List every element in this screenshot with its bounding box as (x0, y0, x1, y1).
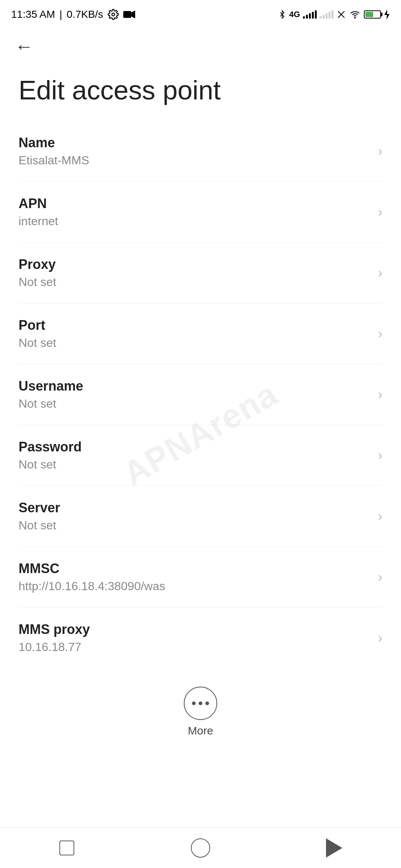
settings-item-mms-proxy[interactable]: MMS proxy 10.16.18.77 › (19, 608, 382, 668)
network-4g: 4G (289, 10, 300, 19)
separator: | (59, 9, 62, 20)
settings-value-username: Not set (19, 397, 371, 411)
svg-point-5 (355, 17, 355, 18)
settings-value-password: Not set (19, 458, 371, 471)
settings-label-username: Username (19, 378, 371, 394)
more-button[interactable] (184, 687, 217, 720)
signal-bars-1 (303, 10, 317, 19)
settings-label-mmsc: MMSC (19, 561, 371, 576)
settings-label-password: Password (19, 439, 371, 455)
settings-item-mmsc-content: MMSC http://10.16.18.4:38090/was (19, 561, 371, 593)
no-signal-icon (336, 10, 346, 19)
svg-marker-6 (384, 9, 389, 20)
settings-icon (108, 9, 119, 20)
settings-item-name[interactable]: Name Etisalat-MMS › (19, 121, 382, 182)
settings-item-proxy-content: Proxy Not set (19, 257, 371, 289)
chevron-right-apn: › (378, 204, 382, 220)
charging-icon (384, 9, 390, 20)
svg-rect-1 (123, 11, 131, 18)
more-section: More (0, 672, 401, 748)
settings-item-apn[interactable]: APN internet › (19, 182, 382, 243)
settings-label-proxy: Proxy (19, 257, 371, 272)
settings-item-username-content: Username Not set (19, 378, 371, 411)
settings-item-mms-proxy-content: MMS proxy 10.16.18.77 (19, 622, 371, 654)
settings-value-proxy: Not set (19, 275, 371, 289)
home-icon (191, 838, 210, 858)
settings-value-server: Not set (19, 519, 371, 532)
more-dots-icon (192, 701, 209, 705)
settings-item-name-content: Name Etisalat-MMS (19, 135, 371, 167)
settings-item-mmsc[interactable]: MMSC http://10.16.18.4:38090/was › (19, 547, 382, 608)
nav-back[interactable] (319, 833, 349, 863)
settings-value-port: Not set (19, 336, 371, 350)
settings-value-apn: internet (19, 214, 371, 228)
top-nav: ← (0, 26, 401, 63)
svg-point-0 (112, 13, 115, 16)
video-icon (123, 10, 135, 19)
settings-label-port: Port (19, 318, 371, 333)
more-label: More (188, 724, 213, 737)
page-title: Edit access point (19, 74, 382, 106)
settings-item-port-content: Port Not set (19, 318, 371, 350)
settings-item-port[interactable]: Port Not set › (19, 303, 382, 364)
settings-item-username[interactable]: Username Not set › (19, 364, 382, 425)
status-right: 4G (278, 9, 390, 20)
bluetooth-icon (278, 9, 286, 20)
settings-label-mms-proxy: MMS proxy (19, 622, 371, 637)
status-left: 11:35 AM | 0.7KB/s (11, 9, 135, 20)
settings-item-server-content: Server Not set (19, 500, 371, 532)
back-button[interactable]: ← (15, 37, 33, 56)
nav-recent-apps[interactable] (52, 833, 82, 863)
settings-value-mms-proxy: 10.16.18.77 (19, 640, 371, 654)
settings-item-password-content: Password Not set (19, 439, 371, 471)
chevron-right-username: › (378, 387, 382, 402)
chevron-right-mmsc: › (378, 569, 382, 585)
settings-item-proxy[interactable]: Proxy Not set › (19, 243, 382, 303)
wifi-icon (349, 10, 361, 19)
time: 11:35 AM (11, 9, 55, 20)
settings-value-name: Etisalat-MMS (19, 154, 371, 167)
speed: 0.7KB/s (67, 9, 103, 20)
chevron-right-password: › (378, 448, 382, 463)
chevron-right-mms-proxy: › (378, 630, 382, 646)
settings-value-mmsc: http://10.16.18.4:38090/was (19, 579, 371, 593)
settings-label-name: Name (19, 135, 371, 151)
settings-label-apn: APN (19, 196, 371, 211)
settings-item-apn-content: APN internet (19, 196, 371, 228)
status-bar: 11:35 AM | 0.7KB/s 4G (0, 0, 401, 26)
nav-home[interactable] (186, 833, 215, 863)
recent-apps-icon (59, 841, 74, 855)
settings-item-server[interactable]: Server Not set › (19, 486, 382, 547)
chevron-right-name: › (378, 144, 382, 159)
signal-bars-2 (320, 10, 333, 19)
svg-marker-2 (131, 10, 135, 18)
chevron-right-server: › (378, 509, 382, 524)
settings-list: Name Etisalat-MMS › APN internet › Proxy… (0, 121, 401, 668)
settings-label-server: Server (19, 500, 371, 516)
settings-item-password[interactable]: Password Not set › (19, 425, 382, 486)
page-title-section: Edit access point (0, 63, 401, 121)
chevron-right-proxy: › (378, 265, 382, 281)
battery (364, 10, 381, 19)
chevron-right-port: › (378, 326, 382, 342)
back-icon (326, 838, 342, 858)
bottom-nav (0, 827, 401, 868)
